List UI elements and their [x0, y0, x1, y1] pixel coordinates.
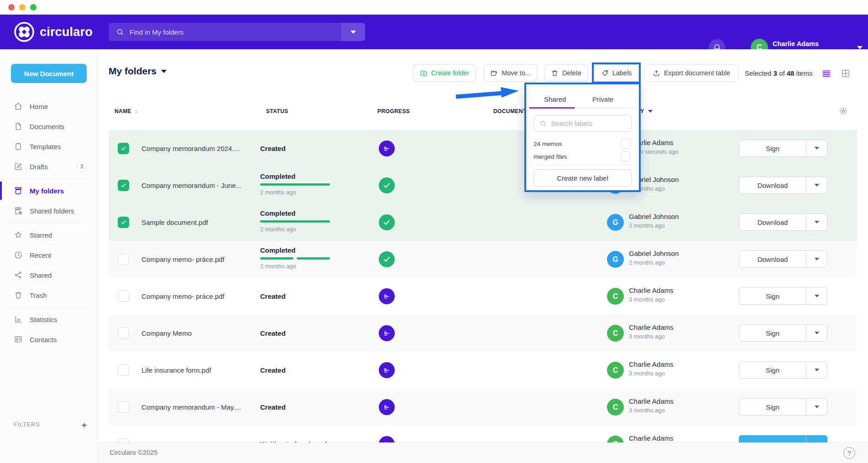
row-action-button[interactable]: Sign	[739, 362, 806, 378]
sidebar-item-starred[interactable]: Starred	[0, 225, 98, 245]
trash-icon	[551, 69, 559, 77]
row-action-dropdown[interactable]	[806, 288, 827, 304]
modified-by-cell: Charlie Adams3 months ago	[629, 359, 674, 378]
sidebar-item-my-folders[interactable]: My folders	[0, 181, 98, 201]
sidebar-item-contacts[interactable]: Contacts	[0, 329, 98, 349]
chevron-down-icon	[815, 258, 819, 260]
column-header-status[interactable]: STATUS	[266, 108, 288, 114]
row-checkbox[interactable]	[118, 328, 129, 339]
brand[interactable]: circularo	[14, 21, 93, 43]
row-action-button[interactable]: Download	[739, 251, 806, 267]
sidebar-item-label: Trash	[30, 291, 47, 299]
sorted-desc-icon	[648, 110, 653, 113]
tab-shared[interactable]: Shared	[544, 95, 566, 103]
window-zoom-button[interactable]	[30, 4, 37, 10]
list-view-button[interactable]	[821, 68, 831, 78]
row-action-dropdown[interactable]	[806, 251, 827, 267]
sidebar-item-label: Contacts	[30, 336, 57, 343]
row-checkbox[interactable]	[118, 401, 129, 413]
row-action-button[interactable]: Sign	[739, 288, 806, 304]
row-action-dropdown[interactable]	[806, 177, 827, 193]
document-name[interactable]: Company memo- práce.pdf	[141, 278, 256, 315]
export-label: Export document table	[664, 69, 730, 77]
tab-private[interactable]: Private	[592, 95, 614, 103]
row-checkbox[interactable]	[118, 254, 129, 265]
sidebar-item-drafts[interactable]: Drafts3	[0, 156, 98, 177]
row-action-button[interactable]: Download	[739, 214, 806, 230]
modified-time: 3 months ago	[629, 333, 674, 341]
status-time: 2 months ago	[260, 226, 296, 233]
window-close-button[interactable]	[8, 4, 15, 10]
sidebar-item-documents[interactable]: Documents	[0, 116, 98, 136]
progress-bar	[260, 257, 330, 260]
sidebar-item-trash[interactable]: Trash	[0, 285, 98, 305]
export-document-table-button[interactable]: Export document table	[644, 64, 738, 82]
document-name[interactable]: Company memorandum - June...	[141, 167, 256, 204]
row-action-button[interactable]: Download	[739, 177, 806, 193]
row-action-button[interactable]: Sign	[739, 140, 806, 156]
window-minimize-button[interactable]	[19, 4, 26, 10]
sidebar-item-templates[interactable]: Templates	[0, 136, 98, 156]
active-tab-underline	[529, 107, 575, 109]
move-to-button[interactable]: Move to...	[484, 64, 537, 82]
sidebar-item-recent[interactable]: Recent	[0, 245, 98, 265]
add-filter-button[interactable]: +	[82, 421, 87, 429]
table-row: Company MemoCreatedCCharlie Adams3 month…	[109, 315, 857, 352]
row-checkbox[interactable]	[118, 143, 129, 154]
search-input[interactable]: Find in My folders	[109, 23, 365, 41]
row-action-button[interactable]: Sign	[739, 399, 806, 415]
sidebar-item-shared-folders[interactable]: Shared folders	[0, 201, 98, 221]
chevron-down-icon	[857, 46, 863, 49]
row-checkbox[interactable]	[118, 291, 129, 302]
sidebar-item-home[interactable]: Home	[0, 96, 98, 116]
delete-button[interactable]: Delete	[544, 64, 588, 82]
shared-folders-icon	[14, 206, 23, 215]
document-name[interactable]: Company memo- práce.pdf	[141, 241, 256, 278]
labels-button[interactable]: Labels	[594, 64, 639, 82]
row-action-dropdown[interactable]	[806, 399, 827, 415]
sidebar-item-statistics[interactable]: Statistics	[0, 309, 98, 329]
create-new-label-button[interactable]: Create new label	[533, 169, 632, 187]
drafts-count-badge: 3	[77, 161, 87, 172]
row-action-button[interactable]: Sign	[739, 325, 806, 341]
chevron-down-icon	[815, 221, 819, 224]
folder-plus-icon	[420, 69, 428, 77]
sidebar-item-label: Drafts	[30, 163, 48, 171]
document-name[interactable]: Life insurance form.pdf	[141, 352, 256, 389]
row-checkbox[interactable]	[118, 217, 129, 228]
labels-list: 24 memosmerged files	[533, 137, 632, 163]
grid-view-button[interactable]	[841, 68, 851, 78]
search-scope-dropdown[interactable]	[341, 23, 365, 41]
column-header-name[interactable]: NAME	[115, 108, 139, 114]
row-action-dropdown[interactable]	[806, 214, 827, 230]
document-name[interactable]: Company memorandum 2024....	[141, 130, 256, 167]
row-checkbox[interactable]	[118, 180, 129, 191]
help-button[interactable]: ?	[843, 447, 855, 459]
modified-by-avatar: G	[607, 251, 624, 268]
page-title[interactable]: My folders	[109, 66, 167, 77]
row-action-group: Sign	[739, 287, 827, 305]
document-name[interactable]: Company memorandum - May....	[141, 389, 256, 426]
document-name[interactable]: Company Memo	[141, 315, 256, 352]
document-name[interactable]: Sample document.pdf	[141, 204, 256, 241]
row-action-dropdown[interactable]	[806, 362, 827, 378]
row-action-group: Download	[739, 177, 827, 194]
row-action-dropdown[interactable]	[806, 140, 827, 156]
status-time: 2 months ago	[260, 189, 296, 196]
row-action-dropdown[interactable]	[806, 325, 827, 341]
table-settings-gear-icon[interactable]	[839, 106, 848, 115]
trash-icon	[14, 291, 23, 300]
column-header-modified-by[interactable]: Y	[640, 108, 653, 114]
row-checkbox[interactable]	[118, 364, 129, 376]
create-folder-button[interactable]: Create folder	[413, 64, 476, 82]
chevron-down-icon	[161, 70, 167, 73]
row-action-group: Sign	[739, 398, 827, 416]
column-header-progress[interactable]: PROGRESS	[377, 108, 410, 114]
search-labels-input[interactable]: Search labels	[533, 115, 632, 132]
label-checkbox[interactable]	[621, 139, 631, 149]
progress-bar	[260, 183, 330, 186]
sidebar-item-label: Templates	[30, 143, 61, 151]
label-checkbox[interactable]	[621, 151, 631, 161]
sidebar-item-shared[interactable]: Shared	[0, 265, 98, 285]
new-document-button[interactable]: New Document	[11, 64, 87, 83]
